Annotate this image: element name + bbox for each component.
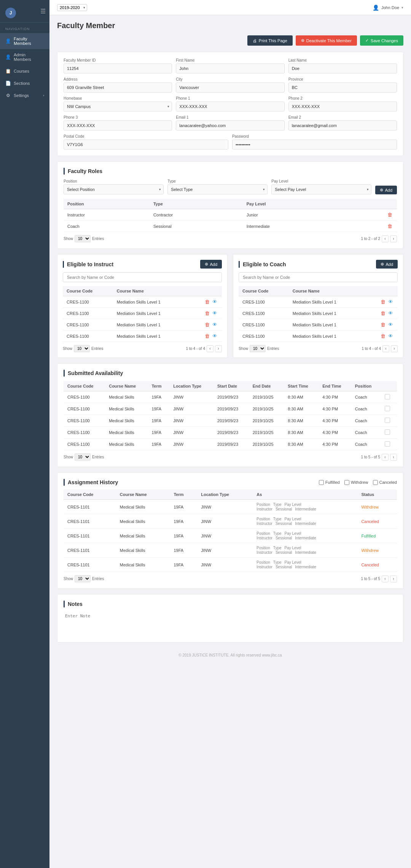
name-cell: Medical Skills — [116, 558, 170, 572]
city-input[interactable] — [176, 83, 284, 92]
fulfilled-filter[interactable]: Fulfilled — [319, 480, 340, 485]
last-name-input[interactable] — [288, 64, 397, 73]
prev-page-button[interactable]: ‹ — [382, 575, 389, 582]
save-button[interactable]: ✓ Save Changes — [360, 35, 403, 46]
chevron-right-icon: › — [43, 94, 44, 97]
type-value: Sessional — [276, 536, 292, 540]
phone1-field: Phone 1 — [176, 96, 284, 111]
phone3-input[interactable] — [64, 121, 172, 130]
position-label: Position — [256, 560, 270, 564]
email1-input[interactable] — [176, 121, 284, 130]
course-name-cell: Mediation Skills Level 1 — [113, 319, 190, 331]
delete-icon[interactable]: 🗑 — [204, 332, 210, 340]
pay-level-label: Pay Level — [285, 560, 301, 564]
password-input[interactable] — [232, 140, 397, 149]
show-select[interactable]: 10 — [75, 575, 91, 582]
instruct-search-input[interactable] — [63, 272, 222, 282]
member-id-field: Faculty Member ID — [64, 58, 172, 73]
print-button[interactable]: 🖨 Print This Page — [247, 35, 293, 46]
province-input[interactable] — [288, 83, 397, 92]
pay-level-select[interactable]: Select Pay Level — [271, 184, 371, 194]
canceled-checkbox[interactable] — [373, 480, 378, 485]
position-label: Position — [64, 179, 164, 183]
homebase-select[interactable]: NW Campus — [64, 102, 172, 111]
phone1-input[interactable] — [176, 102, 284, 111]
as-cell: Position Type Pay Level Instructor Sessi… — [253, 543, 357, 558]
status-cell: Withdrew — [357, 500, 397, 514]
eligible-instruct-title: Eligible to Instruct — [67, 261, 113, 267]
show-select[interactable]: 10 — [250, 345, 266, 352]
next-page-button[interactable]: › — [391, 345, 398, 352]
print-icon: 🖨 — [253, 38, 257, 43]
term-cell: 19FA — [170, 558, 197, 572]
view-icon[interactable]: 👁 — [212, 321, 218, 328]
sidebar-item-courses[interactable]: 📋 Courses — [0, 65, 49, 77]
view-icon[interactable]: 👁 — [387, 332, 394, 340]
user-name: John Doe — [381, 5, 399, 10]
view-icon[interactable]: 👁 — [212, 310, 218, 317]
type-select[interactable]: Select Type — [167, 184, 268, 194]
row-checkbox[interactable] — [385, 429, 390, 435]
notes-card: Notes — [57, 594, 403, 642]
next-page-button[interactable]: › — [390, 454, 397, 461]
row-checkbox[interactable] — [385, 394, 390, 399]
first-name-input[interactable] — [176, 64, 284, 73]
delete-icon[interactable]: 🗑 — [380, 310, 386, 317]
withdrew-checkbox[interactable] — [344, 480, 349, 485]
footer-text: © 2019 JUSTICE INSTITUTE. All rights res… — [178, 653, 282, 657]
phone3-label: Phone 3 — [64, 115, 172, 119]
show-select[interactable]: 10 — [75, 453, 91, 461]
member-id-label: Faculty Member ID — [64, 58, 172, 62]
view-icon[interactable]: 👁 — [387, 321, 394, 328]
add-role-button[interactable]: ⊕ Add — [375, 186, 397, 194]
add-coach-button[interactable]: ⊕ Add — [376, 260, 398, 269]
notes-textarea[interactable] — [64, 612, 397, 635]
delete-icon[interactable]: 🗑 — [387, 223, 393, 230]
add-instruct-button[interactable]: ⊕ Add — [200, 260, 222, 269]
delete-icon[interactable]: 🗑 — [204, 321, 210, 328]
form-row-4: Phone 3 Email 1 Email 2 — [64, 115, 397, 130]
fulfilled-checkbox[interactable] — [319, 480, 324, 485]
delete-icon[interactable]: 🗑 — [380, 321, 386, 328]
view-icon[interactable]: 👁 — [212, 298, 218, 305]
sidebar-item-sections[interactable]: 📄 Sections — [0, 77, 49, 89]
view-icon[interactable]: 👁 — [387, 310, 394, 317]
postal-code-input[interactable] — [64, 140, 228, 149]
next-page-button[interactable]: › — [390, 235, 397, 242]
deactivate-button[interactable]: ⊗ Deactivate This Member — [296, 35, 357, 46]
position-select[interactable]: Select Position — [64, 184, 164, 194]
sidebar-item-faculty-members[interactable]: 👤 Faculty Members — [0, 33, 49, 49]
coach-search-input[interactable] — [239, 272, 398, 282]
next-page-button[interactable]: › — [390, 575, 397, 582]
address-input[interactable] — [64, 83, 172, 92]
delete-icon[interactable]: 🗑 — [380, 332, 386, 340]
view-icon[interactable]: 👁 — [212, 332, 218, 340]
notes-header: Notes — [64, 601, 397, 607]
delete-icon[interactable]: 🗑 — [380, 298, 386, 305]
delete-icon[interactable]: 🗑 — [387, 211, 393, 218]
next-page-button[interactable]: › — [215, 345, 222, 352]
prev-page-button[interactable]: ‹ — [207, 345, 213, 352]
show-select[interactable]: 10 — [74, 345, 90, 352]
row-checkbox[interactable] — [385, 418, 390, 423]
show-select[interactable]: 10 — [75, 235, 91, 242]
view-icon[interactable]: 👁 — [387, 298, 394, 305]
hamburger-icon[interactable]: ☰ — [40, 8, 46, 15]
email2-input[interactable] — [288, 121, 397, 130]
row-checkbox[interactable] — [385, 441, 390, 447]
withdrew-filter[interactable]: Withdrew — [344, 480, 368, 485]
table-row: CRES-1101 Medical Skills 19FA JINW Posit… — [64, 558, 397, 572]
prev-page-button[interactable]: ‹ — [382, 345, 389, 352]
end-date-cell: 2019/10/25 — [249, 391, 284, 403]
phone2-input[interactable] — [288, 102, 397, 111]
sidebar-item-admin-members[interactable]: 👤 Admin Members — [0, 49, 49, 65]
delete-icon[interactable]: 🗑 — [204, 298, 210, 305]
year-selector[interactable]: 2019-2020 2018-2019 — [57, 4, 87, 11]
prev-page-button[interactable]: ‹ — [382, 454, 389, 461]
prev-page-button[interactable]: ‹ — [382, 235, 389, 242]
canceled-filter[interactable]: Canceled — [373, 480, 397, 485]
row-checkbox[interactable] — [385, 406, 390, 411]
member-id-input[interactable] — [64, 64, 172, 73]
sidebar-item-settings[interactable]: ⚙ Settings › — [0, 89, 49, 102]
delete-icon[interactable]: 🗑 — [204, 310, 210, 317]
